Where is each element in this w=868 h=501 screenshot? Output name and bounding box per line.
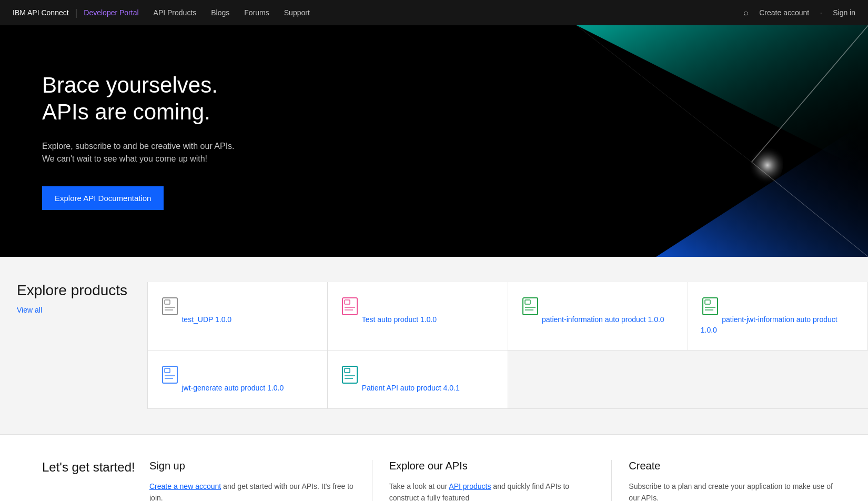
nav-separator-dot: · (820, 7, 822, 18)
product-card-0[interactable]: test_UDP 1.0.0 (148, 282, 328, 350)
product-icon-4 (160, 365, 179, 384)
nav-divider: | (75, 7, 78, 18)
product-icon-0 (160, 297, 179, 316)
explore-products-title: Explore products (17, 282, 130, 299)
product-icon-3 (701, 297, 720, 316)
footer-explore-title: Explore our APIs (389, 460, 595, 472)
svg-rect-19 (705, 300, 710, 304)
svg-marker-1 (656, 120, 868, 257)
product-icon-1 (340, 297, 359, 316)
product-card-empty (508, 350, 869, 409)
product-name-0[interactable]: test_UDP 1.0.0 (181, 315, 231, 324)
hero-content: Brace yourselves. APIs are coming. Explo… (0, 72, 277, 210)
create-account-footer-link[interactable]: Create a new account (149, 482, 221, 490)
hero-title: Brace yourselves. APIs are coming. (42, 72, 235, 125)
hero-graphic (391, 25, 869, 257)
svg-marker-0 (576, 25, 868, 173)
nav-brand: IBM API Connect (13, 8, 69, 17)
product-icon-5 (340, 365, 359, 384)
product-name-3[interactable]: patient-jwt-information auto product 1.0… (701, 315, 837, 334)
product-card-3[interactable]: patient-jwt-information auto product 1.0… (688, 282, 868, 350)
footer-create-text: Subscribe to a plan and create your appl… (629, 480, 834, 501)
explore-docs-button[interactable]: Explore API Documentation (42, 186, 164, 210)
svg-rect-23 (165, 368, 170, 373)
footer-started-title: Let's get started! (42, 460, 135, 475)
nav-api-products[interactable]: API Products (154, 8, 197, 17)
product-card-5[interactable]: Patient API auto product 4.0.1 (328, 350, 508, 409)
svg-rect-27 (345, 368, 350, 373)
nav-blogs[interactable]: Blogs (211, 8, 229, 17)
footer-info-section: Let's get started! Sign up Create a new … (0, 434, 868, 501)
footer-signup-text: Create a new account and get started wit… (149, 480, 355, 501)
sign-in-link[interactable]: Sign in (833, 8, 855, 17)
footer-signup-title: Sign up (149, 460, 355, 472)
navigation: IBM API Connect | Developer Portal API P… (0, 0, 868, 25)
footer-signup-col: Sign up Create a new account and get sta… (133, 460, 372, 501)
svg-line-5 (751, 162, 868, 257)
hero-subtitle: Explore, subscribe to and be creative wi… (42, 140, 235, 165)
nav-forums[interactable]: Forums (244, 8, 269, 17)
footer-explore-text-before: Take a look at our (389, 482, 449, 490)
svg-rect-11 (345, 300, 350, 304)
svg-line-4 (576, 25, 751, 162)
product-name-2[interactable]: patient-information auto product 1.0.0 (542, 315, 664, 324)
api-products-footer-link[interactable]: API products (449, 482, 491, 490)
footer-explore-col: Explore our APIs Take a look at our API … (372, 460, 612, 501)
footer-create-col: Create Subscribe to a plan and create yo… (612, 460, 851, 501)
products-grid: test_UDP 1.0.0 Test auto product 1.0.0 p… (147, 282, 868, 409)
product-card-4[interactable]: jwt-generate auto product 1.0.0 (148, 350, 328, 409)
search-icon[interactable]: ⌕ (743, 8, 749, 17)
product-name-4[interactable]: jwt-generate auto product 1.0.0 (181, 384, 284, 392)
product-icon-2 (521, 297, 540, 316)
nav-support[interactable]: Support (284, 8, 310, 17)
view-all-link[interactable]: View all (17, 306, 42, 314)
explore-products-section: Explore products View all test_UDP 1.0.0… (0, 257, 868, 434)
product-card-1[interactable]: Test auto product 1.0.0 (328, 282, 508, 350)
product-name-1[interactable]: Test auto product 1.0.0 (362, 315, 437, 324)
svg-rect-15 (525, 300, 530, 304)
footer-create-title: Create (629, 460, 834, 472)
svg-point-2 (720, 131, 783, 194)
explore-sidebar: Explore products View all (0, 282, 147, 409)
nav-links: API Products Blogs Forums Support (154, 8, 744, 17)
footer-started: Let's get started! (17, 460, 133, 501)
svg-rect-7 (165, 300, 170, 304)
nav-right: ⌕ Create account · Sign in (743, 7, 855, 18)
product-card-2[interactable]: patient-information auto product 1.0.0 (508, 282, 688, 350)
hero-section: Brace yourselves. APIs are coming. Explo… (0, 25, 868, 257)
create-account-link[interactable]: Create account (759, 8, 809, 17)
nav-portal[interactable]: Developer Portal (84, 8, 138, 17)
footer-explore-text: Take a look at our API products and quic… (389, 480, 595, 501)
product-name-5[interactable]: Patient API auto product 4.0.1 (362, 384, 460, 392)
svg-line-3 (751, 25, 868, 162)
